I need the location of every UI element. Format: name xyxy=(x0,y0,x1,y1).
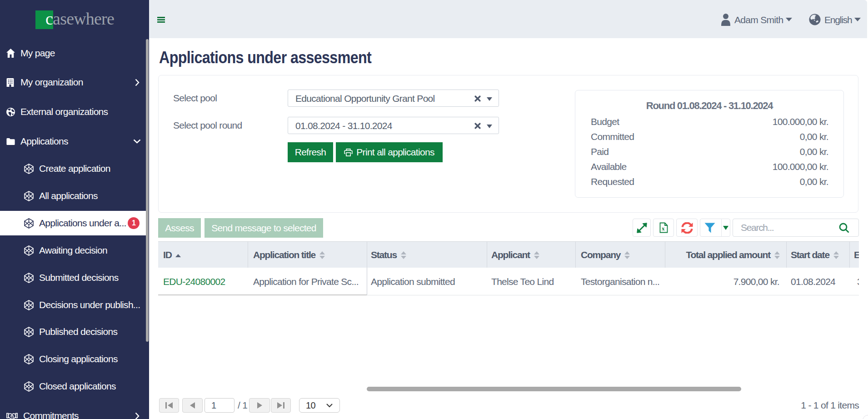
svg-text:x: x xyxy=(662,225,665,232)
